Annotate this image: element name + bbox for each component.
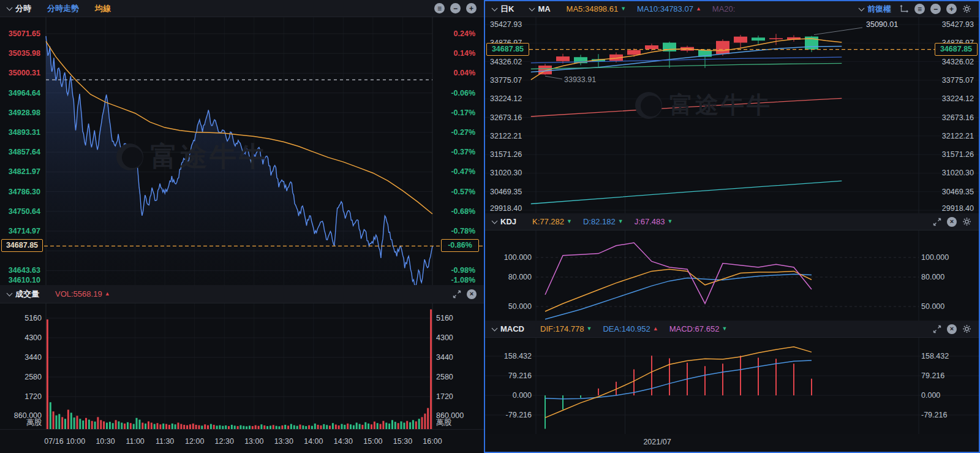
chevron-down-icon (7, 290, 13, 296)
pct-axis-label: 0.04% (437, 68, 475, 78)
macd-axis-label: 79.216 (488, 371, 532, 381)
kline-price-label: 31020.30 (942, 168, 974, 178)
kline-price-label: 34326.02 (490, 57, 522, 67)
close-icon[interactable]: × (947, 217, 957, 227)
volume-selector[interactable]: 成交量 (7, 289, 39, 300)
gear-icon[interactable] (962, 4, 971, 13)
indicator-list-icon[interactable]: ≡ (434, 3, 445, 13)
close-icon[interactable]: × (467, 289, 477, 299)
ma20-label: MA20: (712, 4, 736, 13)
kline-price-label: 33775.07 (490, 75, 522, 85)
down-triangle-icon: ▼ (618, 219, 624, 224)
kline-panel: 日K MA MA5:34898.61 ▼ MA10:34783.07 ▲ MA2… (484, 0, 980, 453)
kdj-axis-label: 50.000 (488, 302, 532, 311)
intraday-chart[interactable]: 富途牛牛 34687.85 -0.86% 35071.650.24%35035.… (0, 17, 484, 285)
macd-axis-label: 79.216 (921, 371, 944, 381)
volume-chart[interactable]: 5160516043004300344034402580258017201720… (0, 303, 484, 429)
ma10-value: MA10:34783.07 ▲ (637, 4, 701, 13)
current-price-badge: 34687.85 (486, 43, 529, 56)
ma5-value: MA5:34898.61 ▼ (567, 4, 627, 13)
time-axis-label: 13:30 (274, 437, 293, 446)
current-price-badge: 34687.85 (935, 43, 978, 56)
macd-selector[interactable]: MACD (492, 324, 524, 333)
kdj-chart[interactable]: 100.000100.00080.00080.00050.00050.000 (485, 230, 979, 321)
volume-axis-label: 1720 (436, 392, 453, 402)
down-triangle-icon: ▼ (722, 326, 727, 332)
volume-axis-label: 4300 (1, 333, 42, 343)
expand-icon[interactable] (933, 218, 941, 226)
gear-icon[interactable] (962, 324, 971, 333)
kline-price-label: 32673.16 (942, 113, 974, 123)
pct-axis-label: -0.68% (437, 207, 475, 216)
current-price-badge: 34687.85 (1, 239, 43, 252)
price-axis-label: 34821.97 (1, 167, 40, 177)
zoom-out-icon[interactable]: − (930, 4, 941, 14)
indicator-list-icon[interactable]: ≡ (914, 4, 925, 14)
price-axis-label: 34714.97 (1, 226, 40, 236)
ma-selector-label: MA (538, 4, 550, 13)
zoom-out-icon[interactable]: − (450, 3, 461, 13)
kdj-axis-label: 50.000 (921, 302, 944, 311)
kline-price-label: 32673.16 (490, 113, 522, 123)
kdj-k-value: K:77.282 ▼ (532, 217, 572, 226)
up-triangle-icon: ▲ (696, 6, 701, 12)
chevron-down-icon (492, 218, 498, 224)
dea-label: DEA:140.952 (603, 324, 650, 333)
macd-chart[interactable]: 158.432158.43279.21679.2160.0000.000-79.… (485, 338, 979, 434)
pct-axis-label: -0.78% (437, 226, 475, 236)
volume-axis-label: 3440 (436, 352, 453, 362)
pct-axis-label: -0.37% (437, 147, 475, 157)
pct-axis-label: -0.06% (437, 88, 475, 98)
kdj-header: KDJ K:77.282 ▼ D:82.182 ▼ J:67.483 ▼ × (485, 213, 979, 230)
close-icon[interactable]: × (947, 324, 957, 334)
price-axis-label: 35000.31 (1, 68, 40, 78)
expand-icon[interactable] (453, 290, 461, 299)
price-axis-label: 34964.64 (1, 88, 40, 98)
trading-terminal: 分時 分時走勢 均線 ≡ − + 富途牛牛 34687.85 -0.86% 35… (0, 0, 980, 453)
pct-axis-label: -0.98% (437, 265, 475, 275)
gear-icon[interactable] (962, 217, 971, 226)
kline-chart[interactable]: 富途牛牛 35090.01 33933.91 34687.85 34687.85… (485, 17, 979, 213)
volume-axis-label: 3440 (1, 352, 42, 362)
kline-price-label: 33775.07 (942, 75, 974, 85)
kline-price-label: 34326.02 (942, 57, 974, 67)
price-axis-label: 34750.64 (1, 207, 40, 216)
ma-selector[interactable]: MA (530, 4, 550, 13)
volume-axis-label: 5160 (436, 313, 453, 323)
tab-ma-line[interactable]: 均線 (95, 3, 111, 14)
adjustment-selector[interactable]: 前復權 (859, 4, 891, 15)
price-axis-label: 34786.30 (1, 187, 40, 197)
tab-intraday-trend[interactable]: 分時走勢 (47, 3, 79, 14)
time-axis-label: 11:00 (126, 437, 144, 446)
time-axis-label: 11:30 (156, 437, 174, 446)
volume-unit-label: 萬股 (1, 417, 42, 427)
down-triangle-icon: ▼ (587, 326, 592, 332)
tab-intraday[interactable]: 分時 (7, 3, 31, 14)
time-axis-label: 2021/07 (643, 438, 671, 446)
time-axis-label: 12:00 (185, 437, 204, 446)
macd-axis-label: 158.432 (921, 351, 949, 361)
axis-settings-icon[interactable] (899, 5, 909, 13)
pct-axis-label: -0.27% (437, 128, 475, 137)
tab-kline[interactable]: 日K (492, 4, 514, 15)
expand-icon[interactable] (933, 325, 941, 333)
price-axis-label: 35071.65 (1, 29, 40, 39)
tab-intraday-label: 分時 (15, 3, 31, 14)
kdj-selector[interactable]: KDJ (492, 217, 516, 226)
pct-axis-label: 0.14% (437, 48, 475, 58)
price-axis-label: 34643.63 (1, 265, 40, 275)
price-axis-label: 34857.64 (1, 147, 40, 157)
volume-value: VOL:5568.19 ▲ (55, 289, 110, 299)
time-axis-label: 10:30 (96, 437, 115, 446)
ma20-value: MA20: (712, 4, 736, 13)
pct-axis-label: 0.24% (437, 29, 475, 39)
macd-axis-label: -79.216 (921, 410, 947, 420)
pct-axis-label: -0.57% (437, 187, 475, 197)
kline-price-label: 30469.35 (942, 187, 974, 197)
kline-price-label: 32122.21 (490, 131, 522, 141)
time-axis-label: 10:00 (66, 437, 85, 446)
zoom-in-icon[interactable]: + (466, 3, 477, 13)
zoom-in-icon[interactable]: + (946, 4, 957, 14)
kdj-d-value: D:82.182 ▼ (583, 217, 624, 226)
down-triangle-icon: ▼ (668, 219, 673, 224)
